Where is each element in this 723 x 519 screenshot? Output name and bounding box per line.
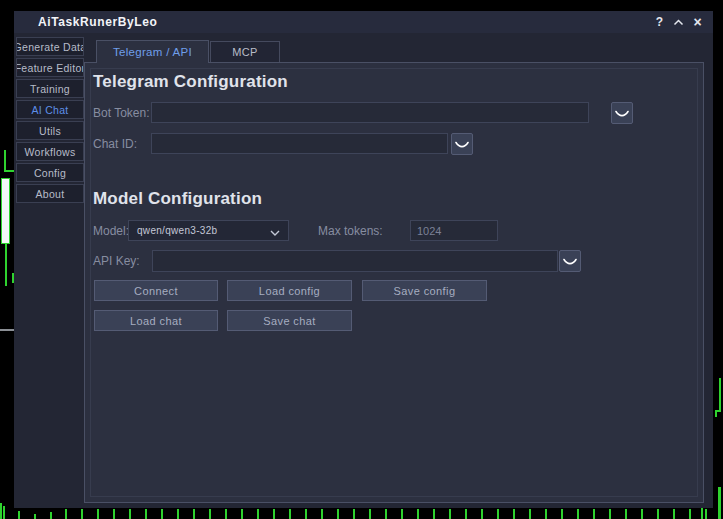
model-select[interactable]: qwen/qwen3-32b bbox=[128, 220, 289, 241]
background-tick bbox=[289, 509, 291, 519]
sidebar-item-workflows[interactable]: Workflows bbox=[16, 142, 84, 161]
bot-token-reveal-button[interactable] bbox=[611, 102, 633, 124]
background-tick bbox=[273, 509, 275, 519]
background-candle-wick bbox=[5, 244, 7, 286]
background-tick bbox=[609, 509, 611, 519]
background-tick bbox=[657, 509, 659, 519]
sidebar-item-about[interactable]: About bbox=[16, 184, 84, 203]
background-tick bbox=[193, 509, 195, 519]
background-tick bbox=[513, 509, 515, 519]
background-tick bbox=[81, 509, 83, 519]
save-config-button[interactable]: Save config bbox=[362, 280, 487, 301]
chat-id-reveal-button[interactable] bbox=[451, 133, 473, 155]
chat-id-label: Chat ID: bbox=[93, 133, 137, 155]
background-tick bbox=[129, 509, 131, 519]
app-window: AiTaskRunerByLeo ? × Generate Data Featu… bbox=[14, 11, 713, 508]
eye-closed-icon bbox=[455, 135, 469, 153]
background-tick bbox=[113, 509, 115, 519]
background-tick bbox=[145, 509, 147, 519]
api-key-label: API Key: bbox=[93, 250, 140, 272]
background-tick bbox=[50, 512, 52, 519]
background-tick bbox=[401, 509, 403, 519]
background-tick bbox=[65, 509, 67, 519]
background-tick bbox=[3, 506, 5, 519]
sidebar-item-training[interactable]: Training bbox=[16, 79, 84, 98]
background-chart-line bbox=[719, 378, 721, 412]
tab-mcp[interactable]: MCP bbox=[210, 41, 280, 63]
background-candlestick bbox=[1, 178, 10, 244]
background-tick bbox=[625, 509, 627, 519]
background-gridline bbox=[0, 329, 14, 331]
background-tick bbox=[705, 509, 707, 519]
titlebar[interactable]: AiTaskRunerByLeo ? × bbox=[14, 11, 713, 33]
eye-closed-icon bbox=[615, 104, 629, 122]
model-configuration-heading: Model Configuration bbox=[93, 189, 262, 209]
sidebar-item-feature-editor[interactable]: Feature Editor bbox=[16, 58, 84, 77]
background-tick bbox=[34, 514, 36, 519]
background-chart-line bbox=[4, 150, 6, 172]
background-tick bbox=[641, 509, 643, 519]
chevron-down-icon bbox=[270, 222, 280, 240]
background-tick bbox=[433, 509, 435, 519]
background-chart-bar bbox=[718, 487, 721, 519]
background-tick bbox=[337, 509, 339, 519]
sidebar-item-generate-data[interactable]: Generate Data bbox=[16, 37, 84, 56]
background-tick bbox=[225, 509, 227, 519]
background-chart-line bbox=[715, 412, 717, 417]
background-tick bbox=[689, 509, 691, 519]
background-tick bbox=[305, 509, 307, 519]
max-tokens-input[interactable] bbox=[410, 220, 498, 241]
background-tick bbox=[97, 509, 99, 519]
window-controls: ? × bbox=[650, 11, 707, 33]
collapse-button[interactable] bbox=[669, 13, 688, 31]
api-key-input[interactable] bbox=[152, 250, 558, 272]
chat-id-input[interactable] bbox=[151, 133, 448, 154]
background-tick bbox=[18, 511, 20, 519]
max-tokens-label: Max tokens: bbox=[318, 220, 383, 242]
background-tick bbox=[321, 509, 323, 519]
background-tick bbox=[257, 509, 259, 519]
background-tick bbox=[241, 509, 243, 519]
background-tick bbox=[497, 509, 499, 519]
background-tick bbox=[161, 509, 163, 519]
bot-token-label: Bot Token: bbox=[93, 102, 149, 124]
background-tick bbox=[385, 509, 387, 519]
background-tick bbox=[449, 509, 451, 519]
model-label: Model: bbox=[93, 220, 129, 242]
background-tick bbox=[177, 509, 179, 519]
background-tick bbox=[369, 509, 371, 519]
connect-button[interactable]: Connect bbox=[94, 280, 218, 301]
background-tick bbox=[529, 509, 531, 519]
save-chat-button[interactable]: Save chat bbox=[227, 310, 352, 331]
tab-telegram-api[interactable]: Telegram / API bbox=[96, 40, 209, 63]
eye-closed-icon bbox=[563, 252, 577, 270]
background-tick bbox=[577, 509, 579, 519]
telegram-configuration-heading: Telegram Configuration bbox=[93, 72, 288, 92]
sidebar-item-utils[interactable]: Utils bbox=[16, 121, 84, 140]
close-button[interactable]: × bbox=[688, 13, 707, 31]
background-tick bbox=[209, 509, 211, 519]
background-tick bbox=[353, 509, 355, 519]
load-chat-button[interactable]: Load chat bbox=[94, 310, 218, 331]
background-tick bbox=[417, 509, 419, 519]
sidebar-item-config[interactable]: Config bbox=[16, 163, 84, 182]
background-tick bbox=[561, 509, 563, 519]
bot-token-input[interactable] bbox=[151, 102, 589, 123]
sidebar-item-ai-chat[interactable]: AI Chat bbox=[16, 100, 84, 119]
api-key-reveal-button[interactable] bbox=[559, 250, 581, 272]
load-config-button[interactable]: Load config bbox=[227, 280, 352, 301]
help-button[interactable]: ? bbox=[650, 13, 669, 31]
background-chart-line bbox=[4, 170, 14, 172]
background-tick bbox=[481, 509, 483, 519]
background-tick bbox=[545, 509, 547, 519]
window-title: AiTaskRunerByLeo bbox=[38, 11, 157, 33]
background-tick bbox=[465, 509, 467, 519]
desktop: AiTaskRunerByLeo ? × Generate Data Featu… bbox=[0, 0, 723, 519]
model-select-value: qwen/qwen3-32b bbox=[137, 225, 217, 236]
background-tick bbox=[593, 509, 595, 519]
tab-content-panel: Telegram Configuration Bot Token: Chat I… bbox=[84, 62, 704, 503]
background-tick bbox=[0, 503, 2, 519]
background-tick bbox=[673, 509, 675, 519]
chevron-up-icon bbox=[673, 15, 684, 29]
